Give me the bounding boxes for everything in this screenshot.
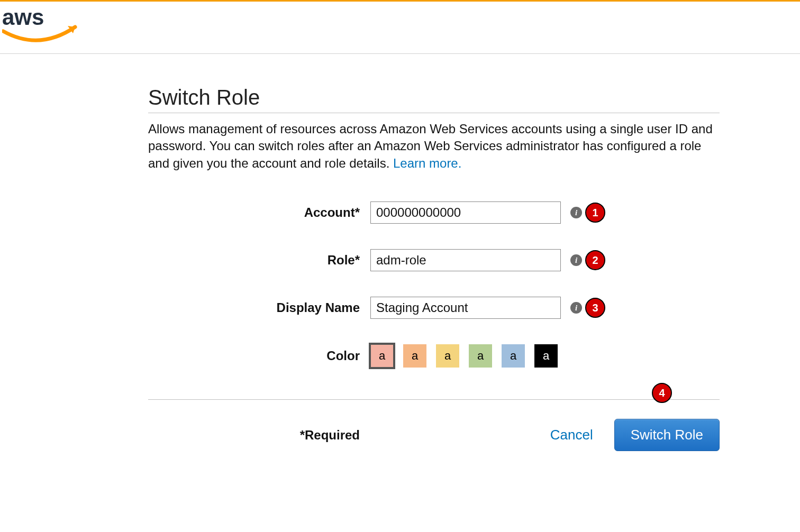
page-description: Allows management of resources across Am… [148,121,720,172]
color-swatches: aaaaaa [370,344,558,368]
row-color: Color aaaaaa [148,344,720,368]
account-label: Account* [148,205,370,220]
color-label: Color [148,348,370,363]
switch-role-button[interactable]: Switch Role [614,419,720,451]
color-swatch-2[interactable]: a [436,344,459,368]
display-name-label: Display Name [148,300,370,315]
aws-logo: aws [2,5,81,48]
footer-row: 4 *Required Cancel Switch Role [148,419,720,451]
row-display-name: Display Name i 3 [148,297,720,319]
info-icon[interactable]: i [570,302,582,314]
info-icon[interactable]: i [570,207,582,218]
learn-more-link[interactable]: Learn more. [393,156,461,170]
main-content: Switch Role Allows management of resourc… [148,86,720,451]
header-bar: aws [0,2,800,54]
footer-separator [148,399,720,400]
role-label: Role* [148,253,370,268]
account-input[interactable] [370,201,561,224]
color-swatch-3[interactable]: a [469,344,492,368]
annotation-badge-2: 2 [585,250,605,270]
svg-text:aws: aws [2,5,44,30]
color-swatch-4[interactable]: a [502,344,525,368]
annotation-badge-4: 4 [652,383,672,403]
display-name-input[interactable] [370,297,561,319]
cancel-button[interactable]: Cancel [550,427,593,443]
color-swatch-1[interactable]: a [403,344,426,368]
annotation-badge-1: 1 [585,203,605,223]
page-title: Switch Role [148,86,720,113]
info-icon[interactable]: i [570,254,582,266]
annotation-badge-3: 3 [585,298,605,318]
color-swatch-5[interactable]: a [534,344,558,368]
required-note: *Required [148,428,370,443]
row-role: Role* i 2 [148,249,720,271]
row-account: Account* i 1 [148,201,720,224]
color-swatch-0[interactable]: a [370,344,394,368]
role-input[interactable] [370,249,561,271]
